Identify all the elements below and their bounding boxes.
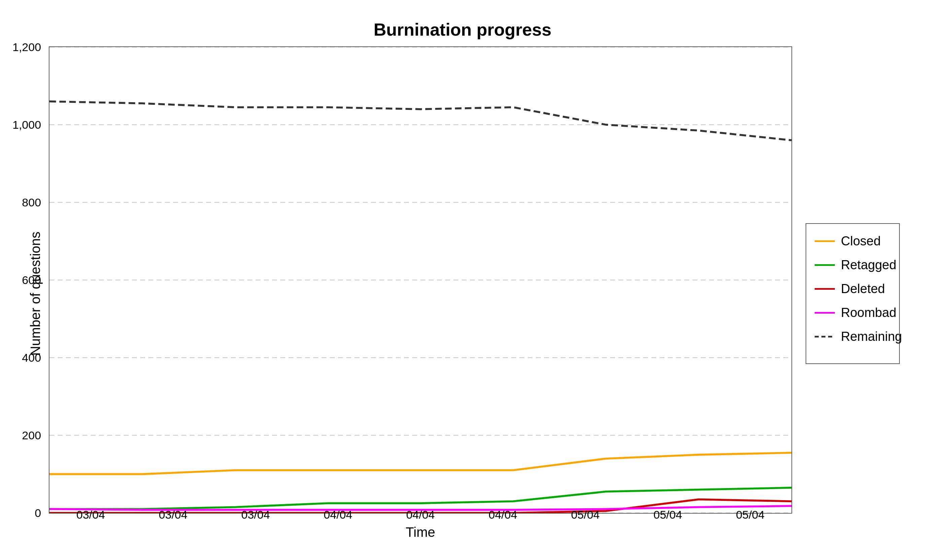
x-label: 03/04 xyxy=(241,508,270,521)
legend-line-remaining xyxy=(815,336,835,338)
chart-title: Burnination progress xyxy=(374,20,551,40)
legend-item-roombad: Roombad xyxy=(815,306,891,320)
legend-label-closed: Closed xyxy=(841,234,881,248)
legend-item-closed: Closed xyxy=(815,234,891,248)
x-label: 04/04 xyxy=(489,508,517,521)
legend-line-closed xyxy=(815,240,835,242)
x-label: 04/04 xyxy=(406,508,435,521)
chart-body: Number of questions 1,200 1,000 800 600 … xyxy=(25,47,900,540)
x-label: 03/04 xyxy=(159,508,187,521)
x-label: 05/04 xyxy=(736,508,765,521)
remaining-line xyxy=(50,102,791,141)
chart-container: Burnination progress Number of questions… xyxy=(25,20,900,540)
chart-legend: Closed Retagged Deleted Roombad Remainin… xyxy=(806,223,900,364)
legend-line-roombad xyxy=(815,312,835,314)
legend-line-deleted xyxy=(815,288,835,290)
chart-plot-area: 1,200 1,000 800 600 400 200 0 xyxy=(49,47,792,513)
legend-line-retagged xyxy=(815,264,835,266)
x-labels: 03/04 03/04 03/04 04/04 04/04 04/04 05/0… xyxy=(50,508,791,521)
x-axis-title: Time xyxy=(406,525,435,540)
legend-label-remaining: Remaining xyxy=(841,329,902,344)
legend-item-remaining: Remaining xyxy=(815,329,891,344)
x-label: 05/04 xyxy=(654,508,682,521)
y-labels: 1,200 1,000 800 600 400 200 0 xyxy=(12,47,41,513)
legend-item-deleted: Deleted xyxy=(815,282,891,296)
x-label: 04/04 xyxy=(324,508,352,521)
legend-item-retagged: Retagged xyxy=(815,258,891,272)
x-label: 05/04 xyxy=(571,508,600,521)
legend-label-retagged: Retagged xyxy=(841,258,896,272)
chart-svg xyxy=(50,47,791,513)
legend-label-deleted: Deleted xyxy=(841,282,885,296)
closed-line xyxy=(50,453,791,474)
chart-and-legend: 1,200 1,000 800 600 400 200 0 xyxy=(49,47,900,540)
legend-label-roombad: Roombad xyxy=(841,306,896,320)
x-axis-area: 03/04 03/04 03/04 04/04 04/04 04/04 05/0… xyxy=(50,505,791,540)
x-label: 03/04 xyxy=(76,508,105,521)
